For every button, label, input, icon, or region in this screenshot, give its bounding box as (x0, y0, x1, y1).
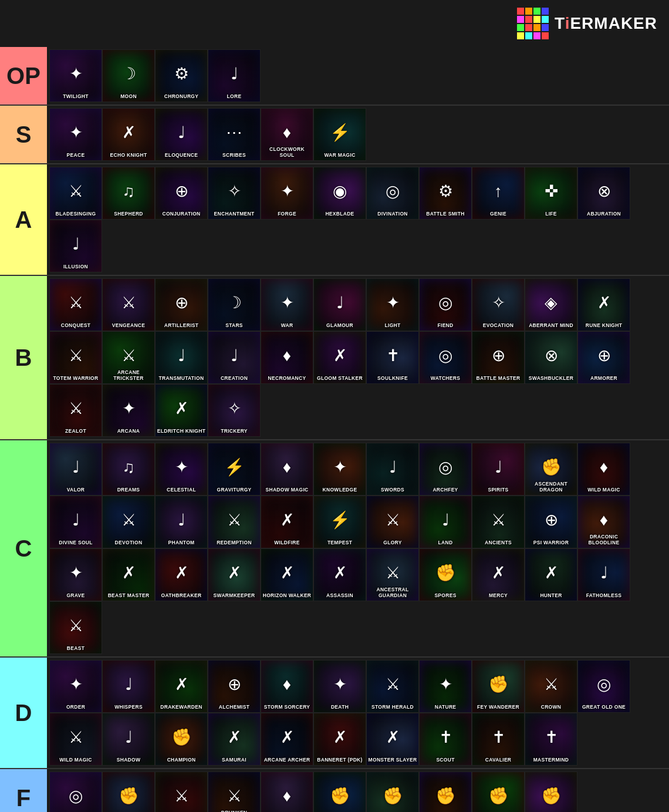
item-aberrant-mind[interactable]: ◈ Aberrant Mind (525, 278, 577, 331)
item-shepherd[interactable]: ♫ Shepherd (102, 167, 155, 220)
item-samurai[interactable]: ✗ Samurai (208, 713, 261, 766)
item-undead[interactable]: ◎ Undead (49, 771, 102, 812)
item-oathbreaker[interactable]: ✗ Oathbreaker (155, 548, 208, 601)
item-rune-knight[interactable]: ✗ Rune Knight (577, 278, 630, 331)
item-tempest[interactable]: ⚡ Tempest (313, 496, 366, 548)
item-armorer[interactable]: ⊕ Armorer (577, 331, 630, 384)
item-glamour[interactable]: ♩ Glamour (313, 278, 366, 331)
item-chronurgy[interactable]: ⚙ Chronurgy (155, 49, 208, 102)
item-war-magic[interactable]: ⚡ War Magic (313, 108, 366, 161)
item-knowledge[interactable]: ✦ Knowledge (313, 443, 366, 496)
item-order[interactable]: ✦ Order (49, 660, 102, 713)
item-crown[interactable]: ⚔ Crown (525, 660, 577, 713)
item-astral-self[interactable]: ✊ Astral Self (525, 771, 577, 812)
item-life[interactable]: ✜ Life (525, 167, 577, 220)
item-totem-warrior[interactable]: ⚔ Totem Warrior (49, 331, 102, 384)
item-kensei[interactable]: ✊ Kensei (313, 771, 366, 812)
item-banneret-(pdk)[interactable]: ✗ Banneret (PDK) (313, 713, 366, 766)
item-land[interactable]: ♩ Land (419, 496, 472, 548)
item-valor[interactable]: ♩ Valor (49, 443, 102, 496)
item-conjuration[interactable]: ⊕ Conjuration (155, 167, 208, 220)
item-gloom-stalker[interactable]: ✗ Gloom Stalker (313, 331, 366, 384)
item-ancestral-guardian[interactable]: ⚔ Ancestral Guardian (366, 548, 419, 601)
item-horizon-walker[interactable]: ✗ Horizon Walker (261, 548, 313, 601)
item-assassin[interactable]: ✗ Assassin (313, 548, 366, 601)
item-archfey[interactable]: ◎ Archfey (419, 443, 472, 496)
item-spores[interactable]: ✊ Spores (419, 548, 472, 601)
item-twilight[interactable]: ✦ Twilight (49, 49, 102, 102)
item-great-old-one[interactable]: ◎ Great Old One (577, 660, 630, 713)
item-mastermind[interactable]: ✝ Mastermind (525, 713, 577, 766)
item-redemption[interactable]: ⚔ Redemption (208, 496, 261, 548)
item-swords[interactable]: ♩ Swords (366, 443, 419, 496)
item-fiend[interactable]: ◎ Fiend (419, 278, 472, 331)
item-moon[interactable]: ☽ Moon (102, 49, 155, 102)
item-open-hand[interactable]: ✊ Open Hand (102, 771, 155, 812)
item-death[interactable]: ✦ Death (313, 660, 366, 713)
item-celestial[interactable]: ✦ Celestial (155, 443, 208, 496)
item-war[interactable]: ✦ War (261, 278, 313, 331)
item-light[interactable]: ✦ Light (366, 278, 419, 331)
item-thief[interactable]: ✊ Thief (472, 771, 525, 812)
item-trickery[interactable]: ✧ Trickery (208, 384, 261, 437)
item-beast-master[interactable]: ✗ Beast Master (102, 548, 155, 601)
item-glory[interactable]: ⚔ Glory (366, 496, 419, 548)
item-phantom[interactable]: ♩ Phantom (155, 496, 208, 548)
item-champion[interactable]: ✊ Champion (155, 713, 208, 766)
item-cavalier[interactable]: ✝ Cavalier (472, 713, 525, 766)
item-spirits[interactable]: ♩ Spirits (472, 443, 525, 496)
item-soulknife[interactable]: ✝ Soulknife (366, 331, 419, 384)
item-storm-herald[interactable]: ⚔ Storm Herald (366, 660, 419, 713)
item-arcane-trickster[interactable]: ⚔ Arcane Trickster (102, 331, 155, 384)
item-creation[interactable]: ♩ Creation (208, 331, 261, 384)
item-four-elements[interactable]: ✊ Four Elements (419, 771, 472, 812)
item-nature[interactable]: ✦ Nature (419, 660, 472, 713)
item-shadow-magic[interactable]: ♦ Shadow Magic (261, 443, 313, 496)
item-inquisitive[interactable]: ✊ Inquisitive (366, 771, 419, 812)
item-draconic-bloodline[interactable]: ♦ Draconic Bloodline (577, 496, 630, 548)
item-forge[interactable]: ✦ Forge (261, 167, 313, 220)
item-dreams[interactable]: ♫ Dreams (102, 443, 155, 496)
item-bladesinging[interactable]: ⚔ Bladesinging (49, 167, 102, 220)
item-arcane-archer[interactable]: ✗ Arcane Archer (261, 713, 313, 766)
item-mercy[interactable]: ✗ Mercy (472, 548, 525, 601)
item-watchers[interactable]: ◎ Watchers (419, 331, 472, 384)
item-divination[interactable]: ◎ Divination (366, 167, 419, 220)
item-wild-magic[interactable]: ⚔ Wild Magic (49, 713, 102, 766)
item-devotion[interactable]: ⚔ Devotion (102, 496, 155, 548)
item-transmutation[interactable]: ♩ Transmutation (155, 331, 208, 384)
item-hexblade[interactable]: ◉ Hexblade (313, 167, 366, 220)
item-beast[interactable]: ⚔ Beast (49, 601, 102, 654)
item-divine-soul[interactable]: ♩ Divine Soul (49, 496, 102, 548)
item-fey-wanderer[interactable]: ✊ Fey Wanderer (472, 660, 525, 713)
item-wild-magic[interactable]: ♦ Wild Magic (577, 443, 630, 496)
item-stars[interactable]: ☽ Stars (208, 278, 261, 331)
item-artillerist[interactable]: ⊕ Artillerist (155, 278, 208, 331)
item-fathomless[interactable]: ♩ Fathomless (577, 548, 630, 601)
item-ascendant-dragon[interactable]: ✊ Ascendant Dragon (525, 443, 577, 496)
item-enchantment[interactable]: ✧ Enchantment (208, 167, 261, 220)
item-swarmkeeper[interactable]: ✗ Swarmkeeper (208, 548, 261, 601)
item-genie[interactable]: ↑ Genie (472, 167, 525, 220)
item-storm-sorcery[interactable]: ♦ Storm Sorcery (261, 660, 313, 713)
item-arcana[interactable]: ✦ Arcana (102, 384, 155, 437)
item-evocation[interactable]: ✧ Evocation (472, 278, 525, 331)
item-vengeance[interactable]: ⚔ Vengeance (102, 278, 155, 331)
item-alchemist[interactable]: ⊕ Alchemist (208, 660, 261, 713)
item-hunter[interactable]: ✗ Hunter (525, 548, 577, 601)
item-whispers[interactable]: ♩ Whispers (102, 660, 155, 713)
item-swashbuckler[interactable]: ⊗ Swashbuckler (525, 331, 577, 384)
item-zealot[interactable]: ⚔ Zealot (49, 384, 102, 437)
item-shadow[interactable]: ♩ Shadow (102, 713, 155, 766)
item-lore[interactable]: ♩ Lore (208, 49, 261, 102)
item-drunken-master[interactable]: ⚔ Drunken Master (208, 771, 261, 812)
item-illusion[interactable]: ♩ Illusion (49, 220, 102, 272)
item-echo-knight[interactable]: ✗ Echo Knight (102, 108, 155, 161)
item-grave[interactable]: ✦ Grave (49, 548, 102, 601)
item-necromancy[interactable]: ♦ Necromancy (261, 331, 313, 384)
item-scribes[interactable]: ⋯ Scribes (208, 108, 261, 161)
item-wildfire[interactable]: ✗ Wildfire (261, 496, 313, 548)
item-abjuration[interactable]: ⊗ Abjuration (577, 167, 630, 220)
item-eldritch-knight[interactable]: ✗ Eldritch Knight (155, 384, 208, 437)
item-eloquence[interactable]: ♩ Eloquence (155, 108, 208, 161)
